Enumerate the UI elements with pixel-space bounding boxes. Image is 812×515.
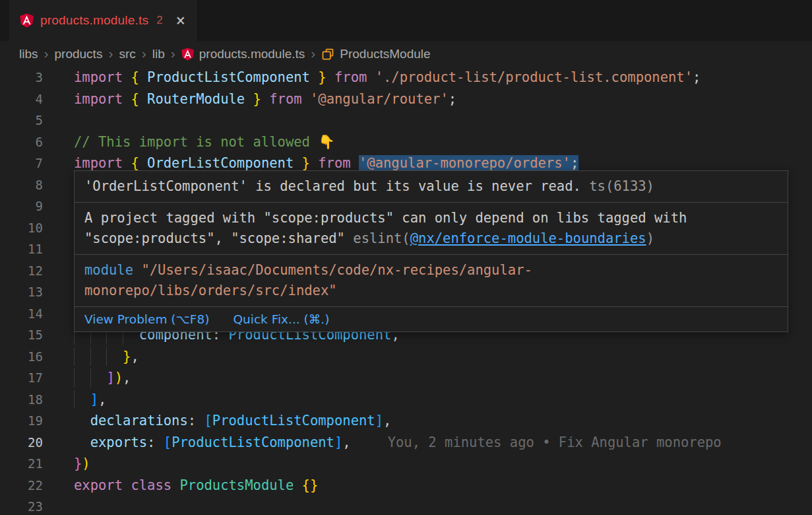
- line-number: 6: [0, 131, 43, 153]
- line-number: 20: [0, 432, 43, 454]
- code-content: ]),: [74, 367, 131, 389]
- tab-bar: products.module.ts 2 ×: [0, 0, 812, 41]
- code-token: ,: [98, 392, 106, 407]
- code-line-16[interactable]: 16 },: [0, 346, 812, 368]
- code-token: {: [131, 69, 139, 85]
- view-problem-action[interactable]: View Problem (⌥F8): [84, 310, 209, 329]
- line-number: 15: [0, 324, 43, 346]
- breadcrumb-item-symbol[interactable]: ProductsModule: [321, 47, 430, 61]
- quick-fix-action[interactable]: Quick Fix... (⌘.): [233, 310, 329, 329]
- indent-guide: [90, 368, 91, 388]
- code-token: ,: [131, 349, 139, 364]
- code-token: ProductListComponent: [172, 434, 334, 450]
- module-path-line2: monorepo/libs/orders/src/index": [84, 283, 337, 298]
- code-token: // This import is not allowed: [74, 134, 318, 150]
- line-number: 16: [0, 346, 43, 368]
- chevron-right-icon: ›: [171, 46, 175, 60]
- breadcrumb-item-libs[interactable]: libs: [19, 47, 38, 61]
- code-token: declarations: [90, 413, 188, 429]
- code-line-6[interactable]: 6// This import is not allowed 👇: [0, 131, 812, 153]
- code-line-23[interactable]: 23: [0, 496, 812, 515]
- close-icon[interactable]: ×: [176, 13, 185, 28]
- ts-diagnostic-message: 'OrderListComponent' is declared but its…: [84, 178, 581, 194]
- hover-module-info: module "/Users/isaac/Documents/code/nx-r…: [75, 254, 788, 306]
- code-token: import: [74, 91, 123, 107]
- line-number: 7: [0, 153, 43, 174]
- breadcrumb-item-lib[interactable]: lib: [152, 47, 165, 61]
- tab-products-module[interactable]: products.module.ts 2 ×: [9, 0, 197, 41]
- code-content: export class ProductsModule {}: [74, 475, 318, 497]
- code-line-21[interactable]: 21}): [0, 453, 812, 475]
- code-token: [172, 477, 179, 493]
- code-token: from: [334, 69, 367, 85]
- indent-guide: [74, 347, 75, 366]
- code-token: class: [131, 477, 172, 493]
- line-number: 13: [0, 281, 43, 303]
- code-token: ,: [123, 370, 131, 386]
- eslint-rule-link[interactable]: @nx/enforce-module-boundaries: [410, 230, 646, 246]
- line-number: 23: [0, 496, 43, 515]
- code-token: ]: [334, 434, 342, 450]
- tab-problems-badge: 2: [156, 14, 162, 27]
- code-token: :: [188, 413, 204, 429]
- code-token: [74, 413, 90, 429]
- code-token: ]: [375, 413, 383, 429]
- code-token: }: [123, 349, 131, 364]
- code-content: import { ProductListComponent } from './…: [74, 67, 701, 88]
- tab-title: products.module.ts: [40, 13, 148, 28]
- line-number: 18: [0, 389, 43, 411]
- code-content: ],: [74, 389, 106, 411]
- class-symbol-icon: [321, 48, 334, 61]
- hover-eslint-diagnostic: A project tagged with "scope:products" c…: [75, 202, 788, 254]
- code-token: ,: [342, 434, 350, 450]
- indent-guide: [106, 347, 107, 366]
- line-number: 9: [0, 195, 43, 217]
- code-token: 👇: [318, 134, 335, 150]
- line-number: 8: [0, 174, 43, 196]
- code-line-20[interactable]: 20 exports: [ProductListComponent],You, …: [0, 432, 812, 454]
- code-line-18[interactable]: 18 ],: [0, 389, 812, 411]
- indent-guide: [74, 368, 75, 388]
- line-number: 3: [0, 67, 43, 88]
- code-token: from: [269, 91, 301, 107]
- code-token: }: [253, 91, 261, 107]
- code-token: OrderListComponent: [139, 155, 302, 171]
- indent-guide: [90, 347, 91, 366]
- code-token: ProductListComponent: [212, 413, 375, 429]
- line-number: 5: [0, 110, 43, 131]
- breadcrumb-item-src[interactable]: src: [119, 47, 135, 61]
- code-line-5[interactable]: 5: [0, 110, 812, 131]
- code-content: import { RouterModule } from '@angular/r…: [74, 88, 456, 110]
- code-line-17[interactable]: 17 ]),: [0, 367, 812, 389]
- code-line-3[interactable]: 3import { ProductListComponent } from '.…: [0, 67, 812, 88]
- angular-icon: [20, 13, 34, 28]
- git-blame-annotation: You, 2 minutes ago • Fix Angular monorep…: [388, 434, 722, 450]
- code-token: [261, 91, 269, 107]
- code-token: {}: [302, 477, 319, 493]
- code-token: [123, 155, 131, 171]
- code-line-19[interactable]: 19 declarations: [ProductListComponent],: [0, 410, 812, 432]
- code-editor[interactable]: 3import { ProductListComponent } from '.…: [0, 67, 812, 515]
- code-token: '@angular-monorepo/orders': [359, 155, 571, 171]
- code-token: }: [318, 69, 326, 85]
- code-content: }): [74, 453, 90, 475]
- chevron-right-icon: ›: [142, 46, 146, 60]
- code-token: }: [302, 155, 310, 171]
- hover-status-bar: View Problem (⌥F8) Quick Fix... (⌘.): [75, 306, 788, 331]
- breadcrumb-item-file[interactable]: products.module.ts: [181, 47, 305, 61]
- module-keyword: module: [84, 262, 133, 278]
- breadcrumb-symbol-label: ProductsModule: [340, 47, 430, 61]
- code-token: ): [82, 456, 90, 471]
- line-number: 10: [0, 217, 43, 239]
- error-hover-popup: 'OrderListComponent' is declared but its…: [74, 170, 788, 332]
- eslint-source-suffix: ): [646, 230, 654, 246]
- code-line-22[interactable]: 22export class ProductsModule {}: [0, 475, 812, 497]
- code-token: [74, 434, 90, 450]
- code-token: :: [147, 434, 164, 450]
- code-line-4[interactable]: 4import { RouterModule } from '@angular/…: [0, 88, 812, 110]
- code-token: ]: [90, 392, 98, 407]
- indent-guide: [74, 390, 75, 409]
- chevron-right-icon: ›: [44, 46, 49, 60]
- code-token: ProductsModule: [179, 477, 294, 493]
- breadcrumb-item-products[interactable]: products: [55, 47, 103, 61]
